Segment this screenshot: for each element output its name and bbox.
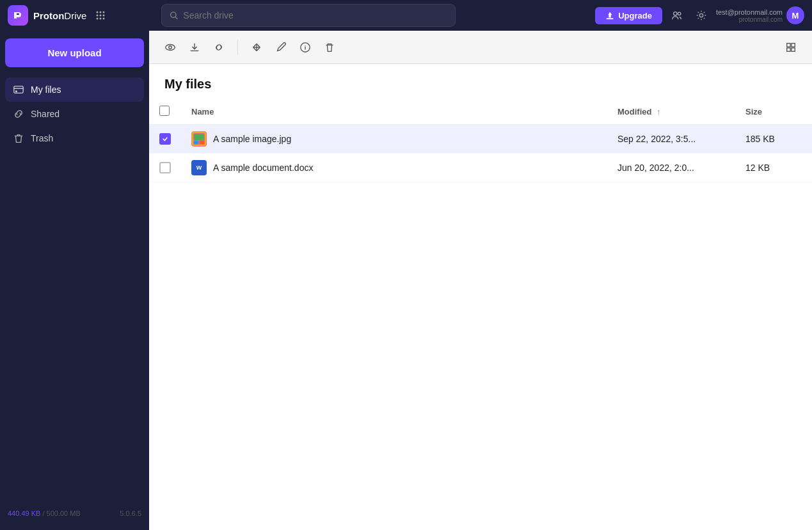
svg-rect-22 [792, 43, 795, 46]
row-checkbox-cell-1[interactable] [149, 125, 181, 154]
storage-total: / 500.00 MB [42, 510, 80, 517]
proton-logo-icon [8, 5, 28, 26]
search-bar[interactable] [161, 4, 456, 27]
header-right: Upgrade test@protonmail.com protonmail.c… [595, 6, 804, 25]
files-title: My files [149, 64, 812, 99]
svg-point-9 [171, 12, 176, 17]
svg-point-5 [103, 15, 105, 17]
select-all-checkbox[interactable] [159, 106, 170, 116]
preview-button[interactable] [159, 36, 181, 58]
search-input[interactable] [183, 10, 447, 20]
svg-point-1 [100, 12, 102, 13]
toolbar [149, 31, 812, 64]
settings-button[interactable] [692, 6, 711, 25]
svg-rect-21 [787, 43, 790, 46]
sort-icon: ↑ [657, 107, 661, 116]
users-icon [671, 10, 683, 21]
toolbar-divider-1 [237, 40, 238, 55]
svg-rect-27 [194, 134, 204, 140]
size-column-header[interactable]: Size [735, 99, 812, 125]
svg-point-19 [169, 45, 172, 49]
table-row[interactable]: W A sample document.docx Jun 20, 2022, 2… [149, 154, 812, 182]
search-icon [170, 11, 178, 20]
link-share-icon [213, 42, 225, 53]
row-modified-1: Sep 22, 2022, 3:5... [607, 125, 735, 154]
edit-icon [275, 42, 287, 53]
contacts-button[interactable] [667, 6, 687, 25]
new-upload-button[interactable]: New upload [5, 38, 144, 67]
svg-line-10 [175, 17, 177, 19]
rename-button[interactable] [270, 36, 292, 58]
svg-rect-24 [792, 47, 795, 51]
eye-icon [164, 42, 176, 53]
svg-rect-23 [787, 47, 790, 51]
sidebar-item-shared[interactable]: Shared [5, 102, 144, 126]
info-icon [299, 42, 311, 53]
sidebar-item-label-shared: Shared [31, 109, 60, 119]
select-all-header[interactable] [149, 99, 181, 125]
svg-point-8 [103, 18, 105, 20]
file-icon-jpg [191, 131, 207, 147]
modified-column-header[interactable]: Modified ↑ [607, 99, 735, 125]
move-button[interactable] [246, 36, 267, 58]
user-info: test@protonmail.com protonmail.com M [716, 6, 804, 24]
get-link-button[interactable] [208, 36, 230, 58]
row-size-1: 185 KB [735, 125, 812, 154]
svg-rect-16 [14, 86, 23, 93]
sidebar-item-label-trash: Trash [31, 133, 53, 143]
file-icon-docx: W [191, 160, 207, 175]
svg-point-2 [103, 12, 105, 13]
user-avatar[interactable]: M [786, 6, 804, 24]
download-icon [189, 42, 200, 53]
row-checkbox-2[interactable] [159, 162, 171, 173]
svg-point-7 [100, 18, 102, 20]
svg-point-4 [100, 15, 102, 17]
user-email-text: test@protonmail.com [716, 8, 783, 16]
sidebar-item-label-my-files: My files [31, 84, 61, 95]
content-area: My files Name Modified ↑ [149, 31, 812, 530]
svg-rect-12 [607, 18, 614, 19]
apps-grid-button[interactable] [92, 6, 109, 24]
logo-text: ProtonDrive [33, 10, 86, 21]
upload-icon [605, 11, 614, 20]
table-row[interactable]: A sample image.jpg Sep 22, 2022, 3:5... … [149, 125, 812, 154]
svg-rect-11 [609, 14, 611, 17]
sidebar-nav: My files Shared Trash [5, 77, 144, 150]
grid-view-button[interactable] [780, 36, 802, 58]
delete-icon [324, 42, 335, 53]
row-name-cell-2[interactable]: W A sample document.docx [181, 154, 607, 182]
files-table: Name Modified ↑ Size [149, 99, 812, 182]
trash-button[interactable] [319, 36, 340, 58]
sidebar-item-my-files[interactable]: My files [5, 77, 144, 102]
name-column-header[interactable]: Name [181, 99, 607, 125]
sidebar-item-trash[interactable]: Trash [5, 126, 144, 150]
row-filename-1: A sample image.jpg [213, 134, 291, 144]
svg-point-6 [97, 18, 99, 20]
row-checkbox-cell-2[interactable] [149, 154, 181, 182]
row-name-cell-1[interactable]: A sample image.jpg [181, 125, 607, 154]
logo-area: ProtonDrive [8, 5, 154, 26]
download-button[interactable] [184, 36, 205, 58]
svg-point-0 [97, 12, 99, 13]
sidebar-bottom: 440.49 KB / 500.00 MB 5.0.6.5 [5, 504, 144, 522]
svg-point-15 [699, 13, 703, 17]
trash-icon [13, 132, 24, 144]
svg-rect-29 [200, 141, 204, 144]
version-info: 5.0.6.5 [120, 510, 141, 517]
files-area: My files Name Modified ↑ [149, 64, 812, 530]
move-icon [251, 42, 262, 53]
upgrade-button[interactable]: Upgrade [595, 7, 662, 24]
main-layout: New upload My files Shared [0, 31, 812, 530]
svg-point-3 [97, 15, 99, 17]
svg-rect-28 [194, 141, 198, 144]
grid-icon [785, 42, 797, 53]
drive-icon [13, 84, 24, 95]
row-checkbox-1[interactable] [159, 133, 171, 145]
storage-used: 440.49 KB [8, 510, 40, 517]
svg-point-18 [166, 44, 175, 50]
storage-info: 440.49 KB / 500.00 MB [8, 510, 81, 517]
header: ProtonDrive Upgrade [0, 0, 812, 31]
svg-point-13 [674, 12, 677, 15]
sidebar: New upload My files Shared [0, 31, 149, 530]
details-button[interactable] [294, 36, 316, 58]
